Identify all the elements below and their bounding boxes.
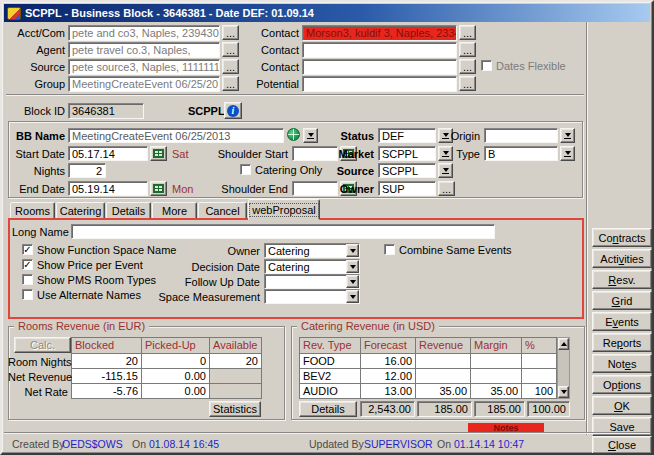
shoulder-end-label: Shoulder End [202, 183, 288, 195]
show-pms-room-types-checkbox[interactable] [22, 274, 33, 285]
start-date-calendar-button[interactable] [150, 146, 167, 161]
owner-field[interactable]: SUP [378, 181, 436, 196]
type-label: Type [432, 148, 480, 160]
nights-field[interactable]: 2 [68, 163, 106, 178]
potential-lookup-button[interactable]: ... [459, 76, 476, 91]
source-lookup-button[interactable]: ... [222, 59, 239, 74]
net-rate-picked[interactable]: 0.00 [141, 383, 209, 398]
ok-button[interactable]: OK [592, 396, 652, 415]
tab-cancel[interactable]: Cancel [198, 202, 247, 219]
bb-name-field[interactable]: MeetingCreateEvent 06/25/2013 [68, 128, 284, 143]
group-field[interactable]: MeetingCreateEvent 06/25/2013 [68, 76, 220, 92]
margin-cell[interactable]: 35.00 [470, 383, 521, 398]
contracts-button[interactable]: Contracts [592, 228, 652, 247]
margin-cell[interactable] [470, 353, 521, 368]
pct-cell[interactable] [521, 368, 556, 383]
acct-com-field[interactable]: pete and co3, Naples, 2394301212 [68, 25, 220, 41]
combine-same-events-checkbox[interactable] [384, 244, 395, 255]
business-block-window: SCPPL - Business Block - 3646381 - Date … [0, 0, 654, 455]
decision-date-combo-button[interactable] [346, 260, 359, 273]
pct-cell[interactable] [521, 353, 556, 368]
revenue-cell[interactable] [415, 353, 470, 368]
acct-com-lookup-button[interactable]: ... [222, 25, 239, 40]
space-measurement-combo-button[interactable] [346, 290, 359, 303]
room-nights-picked[interactable]: 0 [141, 353, 209, 368]
contact1-field[interactable]: Morson3, kuldif 3, Naples, 2334445555 [302, 25, 457, 41]
source-dropdown-button[interactable] [438, 163, 453, 178]
scroll-up-icon [561, 342, 567, 346]
rev-type-cell[interactable]: FOOD [299, 353, 360, 368]
scroll-up-button[interactable] [558, 338, 569, 350]
updated-on-label: On [437, 438, 451, 450]
tab-webproposal[interactable]: webProposal [248, 199, 320, 220]
forecast-cell[interactable]: 16.00 [360, 353, 415, 368]
details-button[interactable]: Details [299, 401, 357, 417]
end-date-field[interactable]: 05.19.14 [68, 181, 148, 196]
wp-owner-combo-button[interactable] [346, 244, 359, 257]
source-field[interactable]: pete source3, Naples, 1111111111 [68, 59, 220, 75]
margin-cell[interactable] [470, 368, 521, 383]
pct-cell[interactable]: 100 [521, 383, 556, 398]
wp-owner-label: Owner [132, 245, 260, 257]
agent-lookup-button[interactable]: ... [222, 42, 239, 57]
followup-date-combo-button[interactable] [346, 275, 359, 288]
options-button[interactable]: Options [592, 375, 652, 394]
source2-field[interactable]: SCPPL [378, 163, 436, 178]
revenue-cell[interactable] [415, 368, 470, 383]
forecast-cell[interactable]: 12.00 [360, 368, 415, 383]
info-button[interactable]: i [224, 102, 242, 119]
combine-same-events-label: Combine Same Events [399, 244, 512, 256]
status-field[interactable]: DEF [378, 128, 436, 143]
catering-only-checkbox[interactable] [240, 164, 251, 175]
room-nights-blocked[interactable]: 20 [71, 353, 141, 368]
start-date-field[interactable]: 05.17.14 [68, 146, 148, 161]
end-date-calendar-button[interactable] [150, 181, 167, 196]
dropdown-arrow-icon [564, 151, 571, 157]
potential-field[interactable] [302, 76, 457, 92]
long-name-input[interactable] [71, 224, 495, 239]
title-bar[interactable]: SCPPL - Business Block - 3646381 - Date … [4, 4, 650, 22]
show-price-checkbox[interactable]: ✓ [22, 259, 33, 270]
net-revenue-picked[interactable]: 0.00 [141, 368, 209, 383]
tab-rooms[interactable]: Rooms [10, 202, 55, 219]
agent-field[interactable]: pete travel co.3, Naples, [68, 42, 220, 58]
show-function-space-checkbox[interactable]: ✓ [22, 244, 33, 255]
rev-type-cell[interactable]: AUDIO [299, 383, 360, 398]
rev-type-cell[interactable]: BEV2 [299, 368, 360, 383]
grid-button[interactable]: Grid [592, 291, 652, 310]
contact3-lookup-button[interactable]: ... [459, 59, 476, 74]
updated-by-label: Updated By [309, 438, 364, 450]
group-lookup-button[interactable]: ... [222, 76, 239, 91]
net-revenue-blocked[interactable]: -115.15 [71, 368, 141, 383]
use-alternate-names-checkbox[interactable] [22, 289, 33, 300]
tab-more[interactable]: More [152, 202, 197, 219]
contact2-lookup-button[interactable]: ... [459, 42, 476, 57]
owner-lookup-button[interactable]: ... [438, 181, 455, 196]
statistics-button[interactable]: Statistics [209, 401, 261, 417]
events-button[interactable]: Events [592, 312, 652, 331]
activities-button[interactable]: Activities [592, 249, 652, 268]
contact1-lookup-button[interactable]: ... [459, 25, 476, 40]
notes-button[interactable]: Notes [592, 354, 652, 373]
reports-button[interactable]: Reports [592, 333, 652, 352]
contact3-field[interactable] [302, 59, 457, 75]
bb-name-dropdown-button[interactable] [303, 128, 318, 143]
room-nights-available[interactable]: 20 [209, 353, 261, 368]
resv-button[interactable]: Resv. [592, 270, 652, 289]
block-id-field: 3646381 [68, 103, 144, 119]
forecast-cell[interactable]: 13.00 [360, 383, 415, 398]
scroll-down-button[interactable] [558, 386, 569, 398]
origin-field[interactable] [484, 128, 558, 143]
type-dropdown-button[interactable] [560, 146, 575, 161]
tab-details[interactable]: Details [106, 202, 151, 219]
revenue-cell[interactable]: 35.00 [415, 383, 470, 398]
net-rate-blocked[interactable]: -5.76 [71, 383, 141, 398]
catering-table-scrollbar[interactable] [557, 337, 570, 399]
globe-icon[interactable] [287, 128, 300, 141]
market-field[interactable]: SCPPL [378, 146, 436, 161]
origin-dropdown-button[interactable] [560, 128, 575, 143]
type-field[interactable]: B [484, 146, 558, 161]
row-label: Room Nights [8, 356, 68, 368]
contact2-field[interactable] [302, 42, 457, 58]
tab-catering[interactable]: Catering [56, 202, 105, 219]
